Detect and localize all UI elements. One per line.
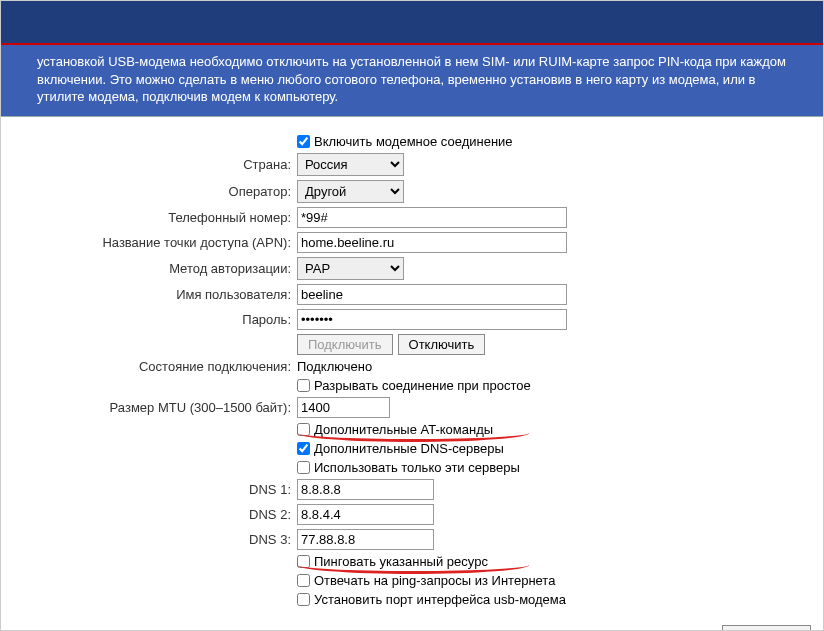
apn-label: Название точки доступа (APN): — [15, 235, 297, 250]
dns3-input[interactable] — [297, 529, 434, 550]
enable-modem-label: Включить модемное соединение — [314, 134, 513, 149]
dns-only-checkbox[interactable]: Использовать только эти серверы — [297, 460, 520, 475]
dns2-label: DNS 2: — [15, 507, 297, 522]
operator-select[interactable]: Другой — [297, 180, 404, 203]
idle-disconnect-label: Разрывать соединение при простое — [314, 378, 531, 393]
mtu-label: Размер MTU (300–1500 байт): — [15, 400, 297, 415]
dns-only-input[interactable] — [297, 461, 310, 474]
extra-dns-checkbox[interactable]: Дополнительные DNS-серверы — [297, 441, 504, 456]
at-commands-input[interactable] — [297, 423, 310, 436]
idle-disconnect-checkbox[interactable]: Разрывать соединение при простое — [297, 378, 531, 393]
phone-label: Телефонный номер: — [15, 210, 297, 225]
dns2-input[interactable] — [297, 504, 434, 525]
user-label: Имя пользователя: — [15, 287, 297, 302]
dns1-input[interactable] — [297, 479, 434, 500]
at-commands-checkbox[interactable]: Дополнительные AT-команды — [297, 422, 493, 437]
idle-disconnect-input[interactable] — [297, 379, 310, 392]
pass-label: Пароль: — [15, 312, 297, 327]
operator-label: Оператор: — [15, 184, 297, 199]
ping-resource-label: Пинговать указанный ресурс — [314, 554, 488, 569]
top-bar — [1, 1, 823, 43]
auth-label: Метод авторизации: — [15, 261, 297, 276]
enable-modem-checkbox[interactable]: Включить модемное соединение — [297, 134, 513, 149]
ping-resource-input[interactable] — [297, 555, 310, 568]
extra-dns-label: Дополнительные DNS-серверы — [314, 441, 504, 456]
ping-response-input[interactable] — [297, 574, 310, 587]
connect-button: Подключить — [297, 334, 393, 355]
ping-resource-checkbox[interactable]: Пинговать указанный ресурс — [297, 554, 488, 569]
dns-only-label: Использовать только эти серверы — [314, 460, 520, 475]
ping-response-label: Отвечать на ping-запросы из Интернета — [314, 573, 555, 588]
at-commands-label: Дополнительные AT-команды — [314, 422, 493, 437]
auth-select[interactable]: PAP — [297, 257, 404, 280]
conn-state-label: Состояние подключения: — [15, 359, 297, 374]
dns3-label: DNS 3: — [15, 532, 297, 547]
enable-modem-input[interactable] — [297, 135, 310, 148]
extra-dns-input[interactable] — [297, 442, 310, 455]
conn-state-value: Подключено — [297, 359, 372, 374]
country-select[interactable]: Россия — [297, 153, 404, 176]
disconnect-button[interactable]: Отключить — [398, 334, 486, 355]
dns1-label: DNS 1: — [15, 482, 297, 497]
ping-response-checkbox[interactable]: Отвечать на ping-запросы из Интернета — [297, 573, 555, 588]
usb-port-label: Установить порт интерфейса usb-модема — [314, 592, 566, 607]
mtu-input[interactable] — [297, 397, 390, 418]
info-banner: установкой USB-модема необходимо отключи… — [1, 45, 823, 117]
modem-form: Включить модемное соединение Страна: Рос… — [1, 117, 823, 619]
password-input[interactable] — [297, 309, 567, 330]
usb-port-input[interactable] — [297, 593, 310, 606]
username-input[interactable] — [297, 284, 567, 305]
apn-input[interactable] — [297, 232, 567, 253]
apply-button[interactable]: Применить — [722, 625, 811, 631]
phone-input[interactable] — [297, 207, 567, 228]
usb-port-checkbox[interactable]: Установить порт интерфейса usb-модема — [297, 592, 566, 607]
country-label: Страна: — [15, 157, 297, 172]
